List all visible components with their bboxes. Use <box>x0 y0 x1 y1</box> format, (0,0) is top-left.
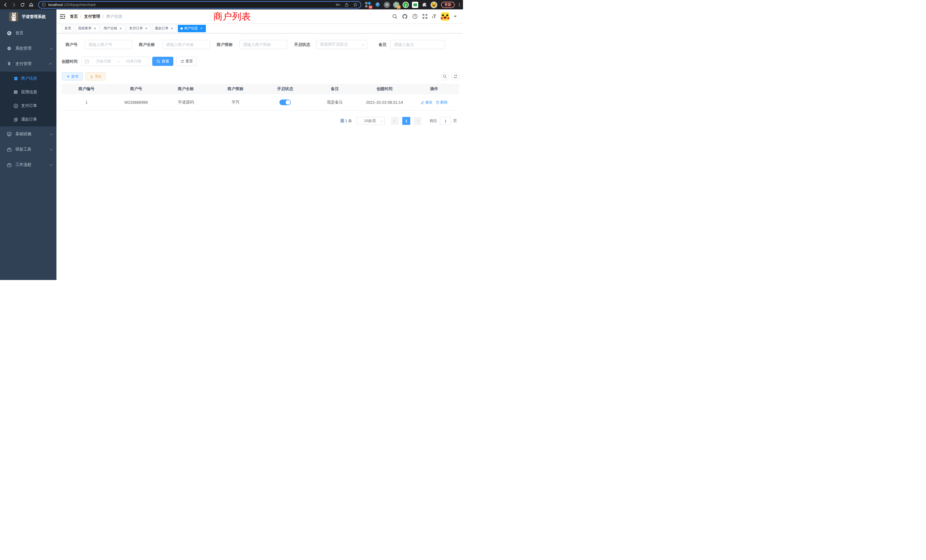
chevron-down-icon <box>50 163 53 166</box>
chevron-left-icon <box>393 120 396 122</box>
sidebar-item-system[interactable]: 系统管理 <box>0 41 56 56</box>
tab-user-group[interactable]: 用户分组× <box>101 25 125 32</box>
sidebar-item-payment-orders[interactable]: ¥ 支付订单 <box>0 99 56 113</box>
remark-input[interactable] <box>390 40 445 49</box>
extension-chat-icon[interactable] <box>412 2 419 8</box>
back-arrow-icon <box>3 3 8 7</box>
status-select[interactable]: 请选择开启状态 <box>316 40 367 49</box>
extension-kite-icon[interactable] <box>374 2 381 8</box>
share-icon[interactable] <box>344 3 349 7</box>
sidebar-item-workflow[interactable]: 工作流程 <box>0 157 56 173</box>
goto-page-input[interactable] <box>440 117 451 125</box>
search-icon <box>156 60 160 63</box>
browser-menu-icon[interactable]: ⋮ <box>457 2 460 8</box>
edit-link[interactable]: 修改 <box>421 100 433 105</box>
extensions-puzzle-icon[interactable] <box>421 2 428 8</box>
address-bar[interactable]: localhost:1024/pay/merchant <box>38 1 361 9</box>
top-navbar: 首页 / 支付管理 / 商户信息 商户列表 ? <box>56 9 463 24</box>
bookmark-star-icon[interactable] <box>353 2 358 7</box>
search-icon <box>443 74 447 79</box>
sidebar-item-refund-orders[interactable]: 退款订单 <box>0 113 56 126</box>
full-name-input[interactable] <box>162 40 210 49</box>
reset-button[interactable]: 重置 <box>176 57 197 66</box>
refresh-icon <box>180 60 184 63</box>
close-icon[interactable]: × <box>119 26 123 30</box>
user-avatar[interactable] <box>441 12 449 21</box>
remark-label: 备注 <box>375 40 387 49</box>
user-menu-caret-icon[interactable] <box>454 16 457 18</box>
refresh-icon <box>454 74 458 79</box>
tab-payment-orders[interactable]: 支付订单× <box>127 25 151 32</box>
merchant-no-input[interactable] <box>85 40 132 49</box>
search-button[interactable]: 搜索 <box>152 57 173 66</box>
extension-tiles-icon[interactable]: 10 <box>365 2 371 8</box>
sidebar-collapse-button[interactable] <box>56 9 69 23</box>
short-name-input[interactable] <box>239 40 287 49</box>
password-key-icon[interactable] <box>336 2 340 7</box>
site-info-icon[interactable] <box>42 3 46 7</box>
fullscreen-icon[interactable] <box>422 14 428 19</box>
trash-icon <box>436 101 439 104</box>
sidebar-item-home[interactable]: 首页 <box>0 26 56 41</box>
sidebar-item-infrastructure[interactable]: 基础设施 <box>0 126 56 142</box>
tab-refund-orders[interactable]: 退款订单× <box>152 25 177 32</box>
help-icon[interactable]: ? <box>412 14 418 19</box>
chevron-down-icon <box>380 119 383 122</box>
monitor-icon <box>6 132 12 136</box>
pagination: 共 1 条 10条/页 1 前往 页 <box>56 117 463 125</box>
close-icon[interactable]: × <box>170 26 174 30</box>
cell-short-name: 芋艿 <box>211 94 260 110</box>
calendar-icon <box>85 59 89 64</box>
breadcrumb-payment[interactable]: 支付管理 <box>84 14 100 19</box>
cell-status <box>260 94 310 110</box>
breadcrumb-home[interactable]: 首页 <box>70 14 78 19</box>
font-size-icon[interactable]: tT <box>432 14 436 19</box>
svg-text:¥: ¥ <box>15 104 17 107</box>
browser-back-button[interactable] <box>2 1 9 9</box>
refresh-table-button[interactable] <box>452 73 460 80</box>
home-icon <box>29 2 34 7</box>
page-number-1[interactable]: 1 <box>402 117 410 125</box>
sidebar-item-merchant-info[interactable]: 商户信息 <box>0 71 56 85</box>
sidebar-item-dev-tools[interactable]: 研发工具 <box>0 142 56 157</box>
chevron-down-icon <box>50 148 53 151</box>
extension-command-icon[interactable]: ⌘ <box>383 2 390 8</box>
profile-avatar-emoji[interactable] <box>431 2 437 8</box>
create-time-label: 创建时间 <box>61 57 77 66</box>
create-time-range-picker[interactable]: 开始日期 - 结束日期 <box>82 57 149 66</box>
browser-home-button[interactable] <box>27 1 35 9</box>
next-page-button[interactable] <box>413 117 421 125</box>
github-icon[interactable] <box>402 14 408 20</box>
browser-reload-button[interactable] <box>19 1 26 9</box>
tab-merchant-info[interactable]: 商户信息× <box>178 25 206 32</box>
close-icon[interactable]: × <box>144 26 148 30</box>
page-word: 页 <box>453 117 457 125</box>
sidebar-item-app-info[interactable]: 应用信息 <box>0 85 56 99</box>
browser-update-button[interactable]: 更新 <box>441 2 455 8</box>
delete-link[interactable]: 删除 <box>436 100 448 105</box>
page-annotation: 商户列表 <box>213 10 251 23</box>
close-icon[interactable]: × <box>93 26 97 30</box>
tab-home[interactable]: 首页 <box>62 25 74 32</box>
page-size-select[interactable]: 10条/页 <box>357 117 385 125</box>
export-button[interactable]: 导出 <box>86 73 106 80</box>
page-content: 商户号 商户全称 商户简称 开启状态 请选择开启状态 备注 创建时间 开始日期 … <box>56 33 463 280</box>
header-search-icon[interactable] <box>392 14 398 19</box>
cell-merchant-id: 1 <box>62 94 111 110</box>
sidebar-item-payment[interactable]: ¥ 支付管理 <box>0 56 56 71</box>
extension-recorder-icon[interactable]: 1 <box>393 2 400 8</box>
shop-icon <box>12 76 19 81</box>
coin-yen-icon: ¥ <box>12 103 19 108</box>
tab-process-form[interactable]: 流程表单× <box>75 25 100 32</box>
close-icon[interactable]: × <box>199 26 203 30</box>
browser-forward-button[interactable] <box>10 1 18 9</box>
goto-label: 前往 <box>430 117 437 125</box>
prev-page-button[interactable] <box>391 117 399 125</box>
status-toggle[interactable] <box>279 100 291 105</box>
extension-yudao-icon[interactable]: y <box>402 2 409 8</box>
app-logo-row[interactable]: 芋道管理系统 <box>0 9 56 24</box>
show-search-toggle-button[interactable] <box>441 73 449 80</box>
add-button[interactable]: 新增 <box>62 73 83 80</box>
yen-icon: ¥ <box>6 61 12 67</box>
url-text: localhost:1024/pay/merchant <box>48 3 333 7</box>
